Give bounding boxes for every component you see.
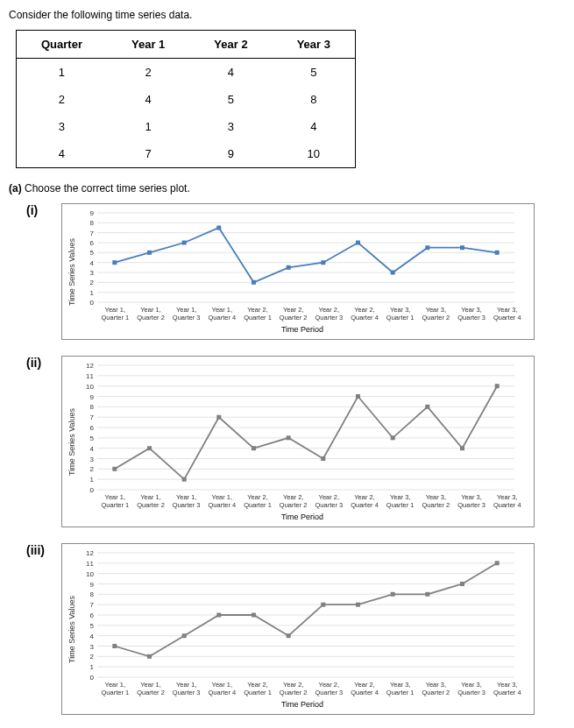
roman-ii: (ii): [26, 356, 61, 370]
table-row: 47910: [17, 140, 356, 168]
svg-rect-65: [356, 394, 360, 399]
svg-text:5: 5: [90, 435, 95, 442]
roman-iii: (iii): [26, 543, 61, 557]
table-cell: 4: [273, 113, 356, 140]
svg-rect-67: [425, 405, 429, 409]
x-tick-labels: Year 1,Quarter 1Year 1,Quarter 2Year 1,Q…: [97, 306, 525, 322]
th-year1: Year 1: [107, 31, 189, 59]
table-cell: 9: [189, 140, 272, 168]
svg-rect-58: [112, 467, 117, 471]
table-cell: 8: [273, 86, 356, 113]
svg-rect-97: [147, 654, 152, 659]
svg-text:1: 1: [90, 663, 95, 671]
th-quarter: Quarter: [17, 31, 107, 59]
svg-text:6: 6: [90, 611, 95, 619]
svg-rect-62: [252, 446, 256, 450]
table-cell: 4: [17, 140, 107, 168]
svg-text:9: 9: [90, 581, 95, 589]
svg-rect-21: [147, 251, 152, 255]
svg-rect-104: [391, 592, 395, 597]
svg-text:0: 0: [90, 299, 95, 306]
part-a-label: (a): [9, 182, 22, 194]
svg-text:4: 4: [90, 259, 95, 267]
svg-text:7: 7: [90, 230, 95, 237]
svg-text:1: 1: [90, 289, 95, 297]
table-cell: 7: [107, 140, 189, 168]
svg-rect-99: [216, 613, 221, 618]
svg-text:10: 10: [86, 570, 94, 578]
table-cell: 3: [189, 113, 272, 140]
svg-text:4: 4: [90, 633, 95, 640]
th-year3: Year 3: [273, 31, 356, 59]
svg-rect-28: [391, 271, 395, 275]
svg-rect-61: [216, 415, 221, 420]
svg-text:6: 6: [90, 239, 95, 247]
svg-text:3: 3: [90, 269, 95, 277]
table-cell: 2: [107, 59, 189, 87]
svg-text:9: 9: [90, 209, 95, 217]
y-axis-label: Time Series Values: [67, 549, 80, 709]
plot-option-iii[interactable]: (iii) Time Series Values 012345678910111…: [26, 543, 565, 715]
table-cell: 10: [273, 140, 356, 168]
y-axis-label: Time Series Values: [67, 362, 80, 521]
table-cell: 5: [189, 86, 272, 113]
svg-rect-22: [182, 241, 187, 245]
svg-rect-100: [252, 613, 256, 618]
svg-rect-96: [112, 644, 117, 648]
plot-option-ii[interactable]: (ii) Time Series Values 0123456789101112…: [26, 356, 565, 527]
svg-rect-63: [287, 435, 291, 440]
x-axis-label: Time Period: [80, 325, 525, 334]
svg-rect-102: [321, 603, 325, 607]
table-cell: 1: [17, 59, 107, 87]
table-cell: 4: [189, 59, 272, 87]
svg-rect-107: [495, 561, 500, 565]
roman-i: (i): [26, 203, 61, 217]
table-cell: 5: [273, 59, 356, 87]
plot-option-i[interactable]: (i) Time Series Values 0123456789 Year 1…: [26, 203, 565, 340]
svg-rect-105: [425, 592, 429, 597]
svg-text:2: 2: [90, 653, 95, 661]
svg-rect-101: [287, 633, 291, 638]
table-cell: 4: [107, 86, 189, 113]
table-cell: 2: [17, 86, 107, 113]
svg-text:10: 10: [86, 383, 94, 391]
table-row: 3134: [17, 113, 356, 140]
table-row: 2458: [17, 86, 356, 113]
svg-text:8: 8: [90, 219, 95, 227]
svg-text:8: 8: [90, 590, 95, 598]
chart-svg: 0123456789101112: [80, 549, 518, 681]
svg-rect-59: [147, 446, 152, 450]
chart-svg: 0123456789: [80, 209, 518, 306]
svg-text:11: 11: [86, 372, 94, 380]
svg-text:7: 7: [90, 601, 95, 609]
svg-text:3: 3: [90, 643, 95, 651]
part-a: (a) Choose the correct time series plot.: [9, 182, 565, 194]
svg-text:2: 2: [90, 465, 95, 473]
chart-box-ii: Time Series Values 0123456789101112 Year…: [61, 356, 535, 527]
svg-text:4: 4: [90, 445, 95, 453]
svg-text:5: 5: [90, 622, 95, 630]
svg-rect-24: [252, 280, 256, 285]
intro-text: Consider the following time series data.: [9, 9, 565, 21]
chart-box-i: Time Series Values 0123456789 Year 1,Qua…: [61, 203, 535, 340]
svg-text:3: 3: [90, 456, 95, 463]
svg-rect-106: [460, 582, 464, 586]
svg-rect-27: [356, 241, 360, 245]
x-axis-label: Time Period: [80, 512, 525, 521]
y-axis-label: Time Series Values: [67, 209, 80, 334]
svg-text:7: 7: [90, 413, 95, 421]
svg-text:0: 0: [90, 486, 95, 493]
svg-text:1: 1: [90, 476, 95, 484]
svg-rect-20: [112, 260, 117, 265]
svg-rect-29: [425, 245, 429, 250]
svg-text:5: 5: [90, 249, 95, 257]
svg-rect-23: [216, 226, 221, 230]
chart-box-iii: Time Series Values 0123456789101112 Year…: [61, 543, 535, 715]
svg-text:11: 11: [86, 560, 94, 568]
table-cell: 1: [107, 113, 189, 140]
svg-text:12: 12: [86, 549, 94, 557]
svg-text:9: 9: [90, 393, 95, 401]
svg-rect-69: [495, 384, 500, 388]
svg-rect-68: [460, 446, 464, 450]
svg-rect-60: [182, 477, 187, 482]
